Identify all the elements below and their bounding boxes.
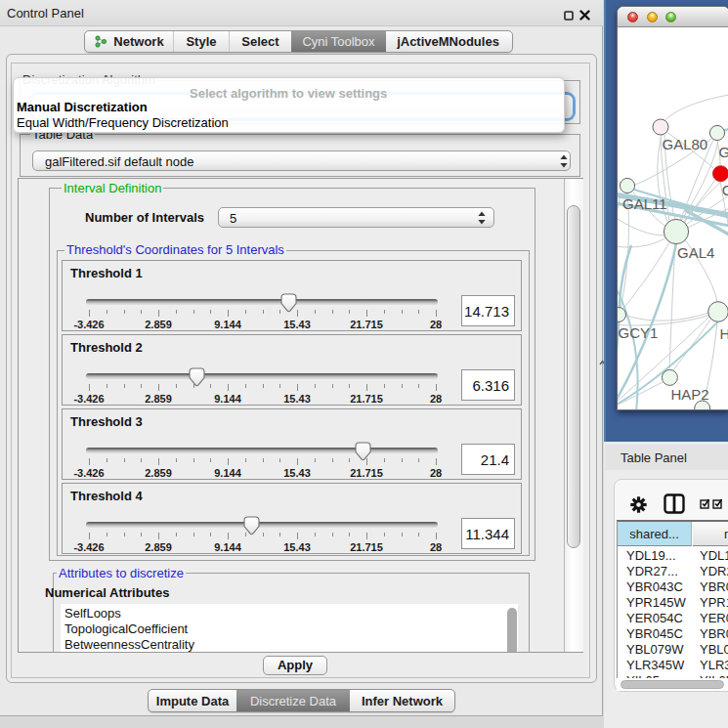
svg-text:GCY1: GCY1	[619, 324, 659, 341]
svg-text:GAL4: GAL4	[677, 244, 714, 261]
svg-text:GA: GA	[719, 144, 728, 160]
svg-text:GAL11: GAL11	[622, 195, 667, 212]
svg-text:CD: CD	[722, 182, 728, 198]
svg-text:HI: HI	[720, 325, 728, 342]
svg-text:HAP2: HAP2	[671, 386, 709, 403]
svg-text:GAL80: GAL80	[663, 136, 708, 152]
